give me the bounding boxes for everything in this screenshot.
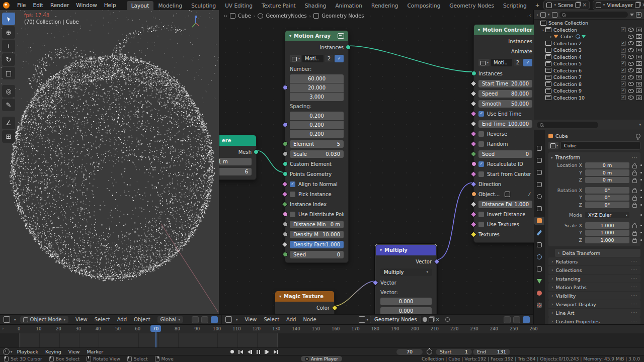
node-row[interactable]: 0.000 0.000 0.000▾ ✓ / (376, 297, 436, 306)
collapsed-panel[interactable]: › Line Art ···· (548, 309, 640, 317)
node-number-field[interactable]: Smooth50.000 (478, 100, 532, 108)
node-number-field[interactable]: Start Time20.000 (478, 80, 532, 87)
lock-icon[interactable] (632, 163, 637, 167)
node-checkbox[interactable] (478, 141, 484, 147)
outliner-row[interactable]: Collection 8 (534, 81, 644, 88)
auto-offset-icon[interactable] (523, 316, 530, 323)
node-magic-texture[interactable]: ▾ Magic Texture Color Color ▾ ✓ / (275, 291, 335, 314)
animate-dot-icon[interactable] (640, 239, 642, 241)
render-camera-icon[interactable] (636, 55, 642, 59)
auto-key-button[interactable] (230, 350, 234, 353)
exclude-checkbox[interactable] (621, 54, 626, 59)
pin-icon[interactable] (636, 134, 640, 138)
outliner-item-label[interactable]: Collection 4 (553, 54, 582, 60)
node-number-field[interactable]: Distance Min0 m (290, 221, 344, 228)
new-scene-icon[interactable] (575, 3, 580, 8)
render-camera-icon[interactable] (636, 61, 642, 66)
menubar-item[interactable]: Render (47, 2, 72, 8)
new-collection-icon[interactable]: + (636, 12, 641, 18)
node-checkbox[interactable] (290, 182, 295, 187)
properties-tab[interactable] (534, 241, 544, 249)
node-row[interactable]: 0.000 0.000 0.000▾ ✓ / (376, 306, 436, 314)
node-row[interactable]: sions sions6 6 6▾ ✓ / (219, 166, 256, 176)
node-row[interactable]: Instances Instances ▾ ✓ / (474, 68, 534, 78)
end-frame-field[interactable]: End 131 (473, 349, 510, 355)
node-row[interactable]: Instance Index Instance Index ▾ ✓ / (285, 199, 348, 209)
transform-value-field[interactable]: 0 m (585, 169, 629, 176)
collapsed-panel[interactable]: › Relations ···· (548, 257, 640, 265)
panel-options-icon[interactable]: ··· (631, 155, 638, 160)
node-row[interactable]: Start from Center Start from Center ▾ ✓ … (474, 169, 534, 179)
node-group-selector[interactable]: Moti..2✓ (290, 55, 344, 62)
new-viewlayer-icon[interactable] (635, 3, 640, 8)
orientation-selector[interactable]: Global ▾ (157, 316, 183, 323)
node-row[interactable]: ▾ 0.2000.2000.200 ✓ / (285, 111, 348, 139)
region-arrow[interactable]: › (0, 325, 9, 333)
properties-tab[interactable] (534, 301, 544, 309)
jump-to-start-button[interactable] (238, 350, 243, 354)
outliner[interactable]: ‹ ▾ + Scene Collection (534, 10, 644, 120)
node-socket[interactable] (283, 252, 288, 257)
menubar-item[interactable]: File (14, 2, 30, 8)
node-row[interactable]: Recalculate ID Recalculate ID ▾ ✓ / (474, 159, 534, 169)
display-mode-icon[interactable] (540, 12, 546, 18)
node-number-field[interactable]: Density Facto1.000 (290, 241, 344, 248)
node-number-field[interactable]: Density M10.000 (290, 231, 344, 238)
node-row[interactable]: Instances Instances ▾ ✓ / (285, 42, 348, 52)
render-camera-icon[interactable] (636, 34, 642, 39)
viewport-tool-button[interactable]: ⊕ (2, 26, 15, 39)
properties-tab[interactable] (534, 132, 544, 140)
menubar-item[interactable]: Help (101, 2, 120, 8)
node-dropdown[interactable]: Multiply▾ (380, 268, 432, 276)
node-value-field[interactable]: 1 m (219, 158, 252, 165)
properties-tab[interactable] (534, 253, 544, 261)
animate-dot-icon[interactable] (640, 164, 642, 166)
panel-grip-icon[interactable]: ···· (631, 259, 637, 264)
node-checkbox[interactable] (290, 212, 295, 217)
geometry-node-editor[interactable]: ‹› Cube › GeometryNodes › Geometry Nodes… (219, 10, 534, 314)
hide-eye-icon[interactable] (628, 41, 634, 45)
animate-dot-icon[interactable] (640, 179, 642, 180)
render-camera-icon[interactable] (636, 88, 642, 93)
jump-to-end-button[interactable] (274, 350, 278, 354)
render-camera-icon[interactable] (636, 48, 642, 52)
filter-id-icon[interactable] (552, 12, 557, 18)
node-editor-menu-item[interactable]: Node (300, 317, 319, 322)
viewport-tool-button[interactable]: ✎ (2, 99, 15, 111)
animate-dot-icon[interactable] (640, 204, 642, 206)
exclude-checkbox[interactable] (621, 81, 626, 86)
lock-icon[interactable] (632, 196, 637, 200)
prev-keyframe-button[interactable] (248, 350, 252, 354)
node-row[interactable]: 1 m 1 m 1 m▾ ✓ / (219, 157, 256, 166)
transform-value-field[interactable]: 0° (585, 195, 629, 201)
render-camera-icon[interactable] (636, 28, 642, 32)
scene-selector[interactable]: ▾ Scene × (543, 1, 589, 10)
node-header[interactable]: ▾ Magic Texture (275, 291, 334, 302)
outliner-row[interactable]: Collection 10 (534, 95, 644, 102)
node-checkbox[interactable] (478, 212, 484, 217)
collapsed-panel[interactable]: › Collections ···· (548, 266, 640, 274)
node-tree-selector[interactable]: ▾ Geometry Nodes × (359, 316, 450, 323)
node-row[interactable]: Random Random ▾ ✓ / (474, 139, 534, 149)
properties-tab[interactable] (534, 289, 544, 297)
node-number-field[interactable]: sions6 (219, 168, 252, 175)
node-checkbox[interactable] (478, 131, 484, 137)
node-socket[interactable] (346, 45, 351, 50)
panel-grip-icon[interactable]: ···· (631, 319, 637, 324)
collapsed-panel[interactable]: › Delta Transform ···· (555, 249, 640, 257)
viewport-menu-item[interactable]: Object (131, 317, 153, 322)
hide-eye-icon[interactable] (628, 96, 634, 100)
pin-icon[interactable] (445, 317, 450, 322)
outliner-item-label[interactable]: Collection 7 (553, 74, 582, 80)
node-socket[interactable] (283, 151, 288, 156)
hide-eye-icon[interactable] (628, 55, 634, 59)
render-camera-icon[interactable] (636, 68, 642, 73)
outliner-item-label[interactable]: Collection 9 (553, 88, 582, 94)
breadcrumb-modifier[interactable]: GeometryNodes (266, 13, 306, 19)
node-checkbox[interactable] (478, 111, 484, 117)
expander-icon[interactable]: ▾ (541, 28, 545, 32)
properties-tab[interactable] (534, 168, 544, 176)
node-row[interactable]: Animate Animate ▾ ✓ / (474, 46, 534, 56)
transform-value-field[interactable]: 0 m (585, 177, 629, 184)
panel-grip-icon[interactable]: ···· (631, 267, 637, 273)
